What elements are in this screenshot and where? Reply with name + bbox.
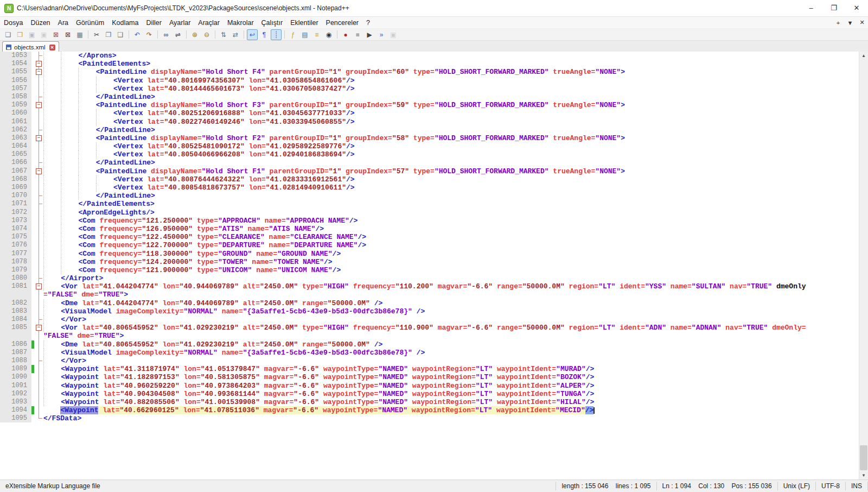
code-line-1074[interactable]: 1074 <Com frequency="126.950000" type="A… <box>0 225 859 233</box>
replace-icon[interactable]: ⇌ <box>173 29 183 40</box>
macro-stop-icon[interactable]: ■ <box>352 29 363 40</box>
code-line-1058[interactable]: 1058 </PaintedLine> <box>0 93 859 101</box>
print-icon[interactable]: ▦ <box>74 29 85 40</box>
code-line-1056[interactable]: 1056 <Vertex lat="40.80169974356307" lon… <box>0 77 859 85</box>
word-wrap-icon[interactable]: ↩ <box>247 29 258 40</box>
menu-item-view[interactable]: Görünüm <box>72 18 108 28</box>
menu-item-file[interactable]: Dosya <box>0 18 27 28</box>
code-line-1086[interactable]: 1086 <Dme lat="40.806545952" lon="41.029… <box>0 340 859 349</box>
find-icon[interactable]: ∞ <box>161 29 171 40</box>
code-line-1071[interactable]: 1071 </PaintedElements> <box>0 200 859 208</box>
editor-pane[interactable]: 1053 </Aprons>1054− <PaintedElements>105… <box>0 52 859 480</box>
scroll-up-arrow-icon[interactable]: ▲ <box>859 52 868 60</box>
code-line-1059[interactable]: 1059− <PaintedLine displayName="Hold Sho… <box>0 101 859 109</box>
status-insert-mode[interactable]: INS <box>846 482 868 490</box>
code-line-1055[interactable]: 1055− <PaintedLine displayName="Hold Sho… <box>0 68 859 76</box>
fold-collapse-icon[interactable]: − <box>34 282 43 291</box>
tab-objects-xml[interactable]: objects.xml ✕ <box>2 41 59 53</box>
code-line-1073[interactable]: 1073 <Com frequency="121.250000" type="A… <box>0 217 859 225</box>
minimize-button[interactable]: – <box>800 0 822 16</box>
code-line-1079[interactable]: 1079 <Com frequency="121.900000" type="U… <box>0 266 859 274</box>
cut-icon[interactable]: ✂ <box>91 29 102 40</box>
save-icon[interactable]: ▣ <box>27 29 37 40</box>
menu-item-plugins[interactable]: Eklentiler <box>286 18 322 28</box>
macro-play-icon[interactable]: ▶ <box>364 29 375 40</box>
code-line-1084[interactable]: 1084 </Vor> <box>0 316 859 324</box>
code-line-1085[interactable]: 1085− <Vor lat="40.806545952" lon="41.02… <box>0 324 859 332</box>
menu-item-macro[interactable]: Makrolar <box>224 18 258 28</box>
indent-guide-icon[interactable]: ┊ <box>271 29 282 40</box>
scrollbar-thumb[interactable] <box>860 445 867 470</box>
scroll-down-arrow-icon[interactable]: ▼ <box>859 471 868 480</box>
code-line-wrap[interactable]: "FALSE" dme="TRUE"> <box>0 332 859 340</box>
code-line-1082[interactable]: 1082 <Dme lat="41.044204774" lon="40.944… <box>0 299 859 307</box>
code-line-1057[interactable]: 1057 <Vertex lat="40.80144465601673" lon… <box>0 85 859 93</box>
macro-record-icon[interactable]: ● <box>340 29 351 40</box>
code-line-1062[interactable]: 1062 </PaintedLine> <box>0 126 859 134</box>
fold-collapse-icon[interactable]: − <box>34 167 43 175</box>
close-tab-button[interactable]: ✕ <box>856 19 868 26</box>
function-list-icon[interactable]: ƒ <box>288 29 298 40</box>
code-line-1088[interactable]: 1088 </Vor> <box>0 357 859 365</box>
code-line-wrap[interactable]: ="FALSE" dme="TRUE"> <box>0 291 859 299</box>
code-line-1065[interactable]: 1065 <Vertex lat="40.80504066966208" lon… <box>0 150 859 159</box>
document-list-icon[interactable]: ≡ <box>311 29 322 40</box>
code-line-1076[interactable]: 1076 <Com frequency="122.700000" type="D… <box>0 241 859 249</box>
code-line-1068[interactable]: 1068 <Vertex lat="40.80876444624322" lon… <box>0 175 859 184</box>
code-line-1095[interactable]: 1095</FSData> <box>0 414 859 422</box>
status-eol-format[interactable]: Unix (LF) <box>778 482 816 490</box>
fold-collapse-icon[interactable]: − <box>34 68 43 76</box>
copy-icon[interactable]: ❐ <box>103 29 114 40</box>
code-line-1054[interactable]: 1054− <PaintedElements> <box>0 60 859 68</box>
redo-icon[interactable]: ↷ <box>144 29 155 40</box>
zoom-in-icon[interactable]: ⊕ <box>189 29 200 40</box>
paste-icon[interactable]: ❑ <box>115 29 126 40</box>
status-encoding[interactable]: UTF-8 <box>816 482 846 490</box>
code-line-1081[interactable]: 1081− <Vor lat="41.044204774" lon="40.94… <box>0 282 859 291</box>
code-line-1064[interactable]: 1064 <Vertex lat="40.80525481090172" lon… <box>0 142 859 150</box>
fold-collapse-icon[interactable]: − <box>34 134 43 142</box>
code-line-1089[interactable]: 1089 <Waypoint lat="41.311871974" lon="4… <box>0 365 859 373</box>
show-all-characters-icon[interactable]: ¶ <box>259 29 270 40</box>
code-line-1067[interactable]: 1067− <PaintedLine displayName="Hold Sho… <box>0 167 859 175</box>
zoom-out-icon[interactable]: ⊖ <box>201 29 212 40</box>
file-monitoring-icon[interactable]: ◉ <box>323 29 334 40</box>
code-line-1053[interactable]: 1053 </Aprons> <box>0 52 859 60</box>
code-line-1091[interactable]: 1091 <Waypoint lat="40.960259220" lon="4… <box>0 382 859 390</box>
tab-close-icon[interactable]: ✕ <box>49 45 55 51</box>
restore-button[interactable]: ❐ <box>822 0 845 16</box>
sync-vertical-icon[interactable]: ⇅ <box>218 29 229 40</box>
menu-item-run[interactable]: Çalıştır <box>258 18 287 28</box>
close-window-button[interactable]: ✕ <box>845 0 868 16</box>
new-tab-button[interactable]: + <box>832 20 844 26</box>
code-line-1061[interactable]: 1061 <Vertex lat="40.80227460149246" lon… <box>0 118 859 126</box>
code-line-1087[interactable]: 1087 <VisualModel imageComplexity="NORMA… <box>0 349 859 357</box>
close-icon[interactable]: ⊠ <box>50 29 61 40</box>
code-line-1069[interactable]: 1069 <Vertex lat="40.80854818673757" lon… <box>0 184 859 192</box>
code-line-1077[interactable]: 1077 <Com frequency="118.300000" type="G… <box>0 250 859 258</box>
sync-horizontal-icon[interactable]: ⇄ <box>230 29 241 40</box>
menu-item-windows[interactable]: Pencereler <box>322 18 362 28</box>
macro-save-icon[interactable]: ▣ <box>388 29 399 40</box>
document-map-icon[interactable]: ▤ <box>299 29 310 40</box>
code-line-1070[interactable]: 1070 </PaintedLine> <box>0 192 859 200</box>
menu-item-edit[interactable]: Düzen <box>27 18 54 28</box>
undo-icon[interactable]: ↶ <box>132 29 143 40</box>
fold-collapse-icon[interactable]: − <box>34 60 43 68</box>
code-line-1063[interactable]: 1063− <PaintedLine displayName="Hold Sho… <box>0 134 859 142</box>
vertical-scrollbar[interactable]: ▲ ▼ <box>859 52 868 480</box>
code-line-1080[interactable]: 1080 </Airport> <box>0 274 859 282</box>
code-line-1072[interactable]: 1072 <ApronEdgeLights/> <box>0 209 859 217</box>
code-line-1093[interactable]: 1093 <Waypoint lat="40.882085506" lon="4… <box>0 398 859 406</box>
macro-run-multiple-icon[interactable]: » <box>376 29 387 40</box>
menu-item-language[interactable]: Diller <box>142 18 165 28</box>
code-line-1092[interactable]: 1092 <Waypoint lat="40.904304508" lon="4… <box>0 390 859 398</box>
menu-item-help[interactable]: ? <box>362 18 374 28</box>
open-file-icon[interactable]: ❒ <box>15 29 25 40</box>
code-line-1078[interactable]: 1078 <Com frequency="124.200000" type="T… <box>0 258 859 266</box>
menu-item-search[interactable]: Ara <box>54 18 72 28</box>
code-line-1075[interactable]: 1075 <Com frequency="122.450000" type="C… <box>0 233 859 241</box>
save-all-icon[interactable]: ▣ <box>39 29 49 40</box>
fold-collapse-icon[interactable]: − <box>34 101 43 109</box>
new-file-icon[interactable]: ❏ <box>3 29 14 40</box>
